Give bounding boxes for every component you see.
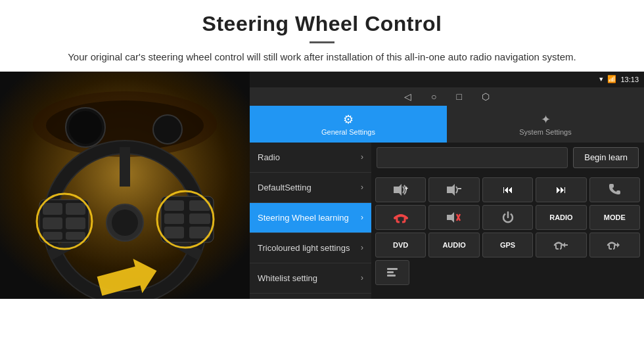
svg-point-4 bbox=[69, 111, 102, 144]
menu-steering-label: Steering Wheel learning bbox=[258, 213, 349, 223]
button-row-4 bbox=[375, 260, 640, 285]
tab-bar: ⚙ General Settings ✦ System Settings bbox=[250, 106, 644, 143]
wifi-icon: 📶 bbox=[607, 75, 616, 83]
recent-nav-icon[interactable]: □ bbox=[457, 91, 462, 102]
svg-text:−: − bbox=[457, 184, 461, 193]
svg-rect-23 bbox=[164, 213, 184, 224]
svg-marker-29 bbox=[394, 184, 402, 196]
svg-rect-25 bbox=[164, 227, 184, 238]
steering-wheel-image bbox=[0, 72, 250, 299]
svg-point-5 bbox=[153, 115, 182, 144]
menu-item-radio[interactable]: Radio › bbox=[250, 143, 371, 173]
svg-rect-18 bbox=[43, 232, 62, 240]
svg-rect-38 bbox=[387, 268, 398, 270]
menu-item-tricoloured[interactable]: Tricoloured light settings › bbox=[250, 233, 371, 263]
android-ui: ▾ 📶 13:13 ◁ ○ □ ⬡ ⚙ General Settings ✦ S… bbox=[250, 72, 644, 299]
general-settings-icon: ⚙ bbox=[343, 112, 354, 127]
menu-item-steering[interactable]: Steering Wheel learning › bbox=[250, 203, 371, 233]
chevron-icon-tricoloured: › bbox=[361, 243, 363, 252]
chevron-icon-steering: › bbox=[361, 213, 363, 222]
begin-learn-row: Begin learn bbox=[371, 143, 644, 173]
svg-text:+: + bbox=[405, 185, 408, 192]
nav-bar: ◁ ○ □ ⬡ bbox=[250, 87, 644, 106]
gps-button[interactable]: GPS bbox=[482, 233, 533, 257]
menu-tricoloured-label: Tricoloured light settings bbox=[258, 243, 350, 253]
button-row-3: DVD AUDIO GPS bbox=[375, 233, 640, 257]
svg-rect-14 bbox=[43, 203, 62, 215]
radio-button[interactable]: RADIO bbox=[536, 205, 586, 230]
chevron-icon-radio: › bbox=[361, 152, 363, 162]
menu-default-label: DefaultSetting bbox=[258, 183, 311, 192]
svg-rect-19 bbox=[66, 232, 85, 240]
status-time: 13:13 bbox=[620, 76, 639, 83]
begin-learn-button[interactable]: Begin learn bbox=[573, 147, 639, 168]
button-row-2: RADIO MODE bbox=[375, 205, 640, 230]
next-track-button[interactable]: ⏭ bbox=[536, 177, 586, 202]
mute-button[interactable] bbox=[428, 205, 479, 230]
hang-up-button[interactable] bbox=[375, 205, 426, 230]
chevron-icon-whitelist: › bbox=[361, 273, 363, 282]
back-nav-icon[interactable]: ◁ bbox=[404, 91, 411, 102]
learn-input[interactable] bbox=[377, 147, 568, 168]
page-title: Steering Wheel Control bbox=[26, 12, 618, 36]
tab-system[interactable]: ✦ System Settings bbox=[447, 106, 644, 143]
svg-marker-31 bbox=[447, 184, 455, 196]
svg-rect-40 bbox=[387, 275, 396, 277]
subtitle: Your original car's steering wheel contr… bbox=[26, 50, 618, 65]
right-controls: Begin learn + − ⏮ ⏭ bbox=[371, 143, 644, 299]
svg-point-12 bbox=[112, 210, 138, 236]
svg-rect-15 bbox=[66, 203, 85, 215]
system-settings-icon: ✦ bbox=[541, 112, 551, 127]
content-area: ▾ 📶 13:13 ◁ ○ □ ⬡ ⚙ General Settings ✦ S… bbox=[0, 72, 644, 299]
steering-bg bbox=[0, 72, 250, 299]
top-section: Steering Wheel Control Your original car… bbox=[0, 0, 644, 72]
cast-nav-icon[interactable]: ⬡ bbox=[482, 91, 490, 102]
controls-grid: + − ⏮ ⏭ bbox=[371, 175, 644, 292]
chevron-icon-default: › bbox=[361, 183, 363, 192]
svg-rect-21 bbox=[164, 200, 184, 211]
svg-marker-36 bbox=[563, 242, 568, 248]
phone-button[interactable] bbox=[589, 177, 640, 202]
tab-system-label: System Settings bbox=[519, 128, 571, 136]
menu-controls: Radio › DefaultSetting › Steering Wheel … bbox=[250, 143, 644, 299]
svg-marker-33 bbox=[447, 212, 454, 223]
mode-button[interactable]: MODE bbox=[589, 205, 640, 230]
tab-general[interactable]: ⚙ General Settings bbox=[250, 106, 447, 143]
prev-track-button[interactable]: ⏮ bbox=[482, 177, 533, 202]
svg-rect-16 bbox=[43, 217, 62, 229]
tel-next-button[interactable] bbox=[589, 233, 640, 257]
title-divider bbox=[310, 41, 334, 43]
home-nav-icon[interactable]: ○ bbox=[431, 91, 436, 102]
menu-extra-button[interactable] bbox=[375, 260, 409, 285]
svg-rect-17 bbox=[66, 217, 85, 229]
vol-up-button[interactable]: + bbox=[375, 177, 426, 202]
audio-button[interactable]: AUDIO bbox=[428, 233, 479, 257]
svg-rect-24 bbox=[189, 213, 210, 224]
menu-item-default[interactable]: DefaultSetting › bbox=[250, 173, 371, 203]
button-row-1: + − ⏮ ⏭ bbox=[375, 177, 640, 202]
dvd-button[interactable]: DVD bbox=[375, 233, 426, 257]
svg-marker-37 bbox=[614, 242, 620, 248]
status-bar: ▾ 📶 13:13 bbox=[250, 72, 644, 87]
signal-icon: ▾ bbox=[599, 75, 603, 83]
menu-item-whitelist[interactable]: Whitelist setting › bbox=[250, 263, 371, 294]
svg-rect-39 bbox=[387, 271, 394, 273]
left-menu: Radio › DefaultSetting › Steering Wheel … bbox=[250, 143, 371, 299]
tab-general-label: General Settings bbox=[321, 128, 375, 136]
power-button[interactable] bbox=[482, 205, 533, 230]
tel-prev-button[interactable] bbox=[536, 233, 586, 257]
vol-down-button[interactable]: − bbox=[428, 177, 479, 202]
menu-whitelist-label: Whitelist setting bbox=[258, 273, 317, 283]
menu-radio-label: Radio bbox=[258, 152, 280, 162]
